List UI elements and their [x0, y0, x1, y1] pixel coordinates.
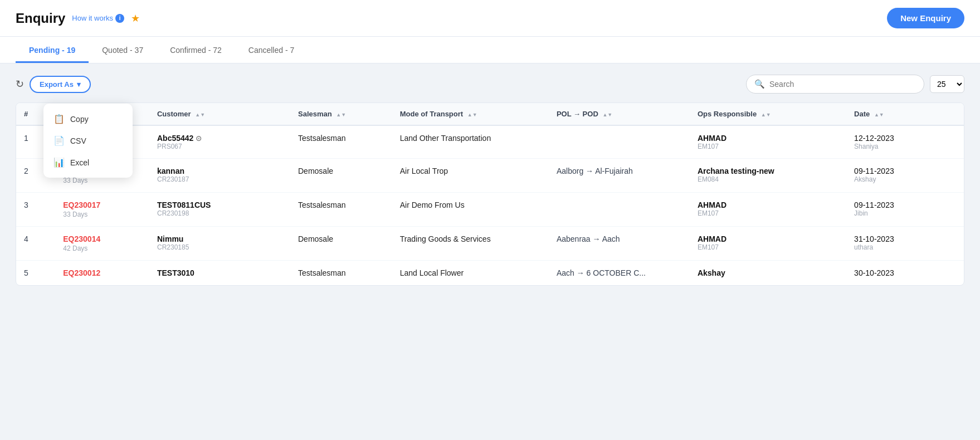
salesman-name: Testsalesman — [298, 201, 346, 209]
col-header-transport[interactable]: Mode of Transport ▲▼ — [392, 103, 549, 125]
ops-id: EM107 — [698, 143, 838, 150]
transport-mode: Land Other Transportation — [400, 134, 491, 143]
toolbar-right: 🔍 25 50 100 — [746, 75, 964, 94]
cell-date: 31-10-2023 uthara — [846, 227, 964, 261]
chevron-down-icon: ▾ — [77, 80, 81, 89]
refresh-button[interactable]: ↻ — [16, 78, 24, 90]
transport-mode: Air Demo From Us — [400, 201, 465, 209]
new-enquiry-button[interactable]: New Enquiry — [887, 8, 964, 28]
cell-polpod — [549, 125, 690, 159]
pol-pod-value: Aabenraa → Aach — [557, 234, 620, 243]
cell-ops: AHMAD EM107 — [690, 193, 846, 227]
enquiry-id-link[interactable]: EQ230012 — [63, 268, 142, 277]
pol-pod-value: Aach → 6 OCTOBER C... — [557, 268, 646, 277]
tab-pending[interactable]: Pending - 19 — [16, 37, 89, 63]
ops-id: EM107 — [698, 209, 838, 217]
ops-name: Akshay — [698, 268, 838, 277]
days-ago: 33 Days — [63, 211, 142, 218]
sort-icon-salesman: ▲▼ — [336, 112, 346, 118]
col-header-polpod[interactable]: POL → POD ▲▼ — [549, 103, 690, 125]
date-by: Akshay — [854, 175, 956, 183]
search-box: 🔍 — [746, 75, 924, 94]
date-by: Jibin — [854, 209, 956, 217]
toolbar: ↻ Export As ▾ 🔍 25 50 100 — [16, 75, 964, 94]
days-ago: 33 Days — [63, 177, 142, 184]
table-body: 1 0 Days Abc55442 ⊙ PRS067 Testsalesman … — [16, 125, 964, 285]
dropdown-item-csv[interactable]: 📄 CSV — [43, 130, 133, 151]
date-by: Shaniya — [854, 143, 956, 150]
cell-salesman: Demosale — [290, 159, 392, 193]
cell-date: 12-12-2023 Shaniya — [846, 125, 964, 159]
copy-icon: 📋 — [53, 114, 65, 124]
cell-customer: Nimmu CR230185 — [149, 227, 290, 261]
cell-ops: Archana testing-new EM084 — [690, 159, 846, 193]
date-by: uthara — [854, 243, 956, 251]
date-value: 09-11-2023 — [854, 167, 956, 175]
enquiry-table-wrapper: # Enquiry ▲▼ Customer ▲▼ Salesman ▲▼ — [16, 102, 964, 286]
search-input[interactable] — [769, 80, 916, 89]
customer-name: TEST3010 — [157, 268, 282, 277]
cell-salesman: Demosale — [290, 227, 392, 261]
tab-cancelled[interactable]: Cancelled - 7 — [235, 37, 308, 63]
col-header-ops[interactable]: Ops Responsible ▲▼ — [690, 103, 846, 125]
ops-id: EM084 — [698, 175, 838, 183]
enquiry-table: # Enquiry ▲▼ Customer ▲▼ Salesman ▲▼ — [16, 103, 964, 285]
tab-quoted[interactable]: Quoted - 37 — [89, 37, 157, 63]
customer-id: CR230187 — [157, 175, 282, 183]
cell-num: 5 — [16, 261, 55, 286]
cell-salesman: Testsalesman — [290, 193, 392, 227]
tab-confirmed[interactable]: Confirmed - 72 — [157, 37, 235, 63]
cell-salesman: Testsalesman — [290, 261, 392, 286]
pol-pod-value: Aalborg → Al-Fujairah — [557, 167, 633, 175]
ops-name: AHMAD — [698, 201, 838, 209]
transport-mode: Trading Goods & Services — [400, 234, 491, 243]
info-icon: i — [115, 14, 124, 23]
transport-mode: Air Local Trop — [400, 167, 448, 175]
table-row: 2 EQ230018 33 Days kannan CR230187 Demos… — [16, 159, 964, 193]
table-row: 5 EQ230012 TEST3010 Testsalesman Land Lo… — [16, 261, 964, 286]
salesman-name: Demosale — [298, 167, 333, 175]
dropdown-item-excel[interactable]: 📊 Excel — [43, 151, 133, 173]
sort-icon-date: ▲▼ — [874, 112, 884, 118]
cell-transport: Land Local Flower — [392, 261, 549, 286]
favorite-icon[interactable]: ★ — [131, 12, 140, 25]
ops-id: EM107 — [698, 243, 838, 251]
cell-polpod: Aach → 6 OCTOBER C... — [549, 261, 690, 286]
cell-polpod: Aabenraa → Aach — [549, 227, 690, 261]
salesman-name: Testsalesman — [298, 134, 346, 143]
csv-icon: 📄 — [53, 135, 65, 146]
salesman-name: Testsalesman — [298, 268, 346, 277]
page-size-select[interactable]: 25 50 100 — [930, 75, 964, 93]
export-dropdown-menu: 📋 Copy 📄 CSV 📊 Excel — [43, 104, 133, 178]
enquiry-id-link[interactable]: EQ230014 — [63, 234, 142, 243]
cell-transport: Trading Goods & Services — [392, 227, 549, 261]
excel-icon: 📊 — [53, 157, 65, 168]
cell-customer: kannan CR230187 — [149, 159, 290, 193]
transport-mode: Land Local Flower — [400, 268, 464, 277]
salesman-name: Demosale — [298, 234, 333, 243]
col-header-date[interactable]: Date ▲▼ — [846, 103, 964, 125]
cell-customer: TEST3010 — [149, 261, 290, 286]
sort-icon-transport: ▲▼ — [467, 112, 477, 118]
ops-name: AHMAD — [698, 134, 838, 143]
date-value: 09-11-2023 — [854, 201, 956, 209]
table-row: 1 0 Days Abc55442 ⊙ PRS067 Testsalesman … — [16, 125, 964, 159]
table-row: 4 EQ230014 42 Days Nimmu CR230185 Demosa… — [16, 227, 964, 261]
cell-enquiry: EQ230017 33 Days — [55, 193, 149, 227]
cell-ops: AHMAD EM107 — [690, 227, 846, 261]
how-it-works-link[interactable]: How it works i — [72, 14, 124, 23]
customer-icon: ⊙ — [196, 134, 202, 143]
customer-id: CR230185 — [157, 243, 282, 251]
dropdown-item-copy[interactable]: 📋 Copy — [43, 108, 133, 130]
enquiry-id-link[interactable]: EQ230017 — [63, 201, 142, 209]
col-header-customer[interactable]: Customer ▲▼ — [149, 103, 290, 125]
cell-num: 4 — [16, 227, 55, 261]
cell-date: 09-11-2023 Jibin — [846, 193, 964, 227]
col-header-salesman[interactable]: Salesman ▲▼ — [290, 103, 392, 125]
cell-salesman: Testsalesman — [290, 125, 392, 159]
table-header: # Enquiry ▲▼ Customer ▲▼ Salesman ▲▼ — [16, 103, 964, 125]
customer-name: kannan — [157, 167, 282, 175]
cell-transport: Land Other Transportation — [392, 125, 549, 159]
export-as-button[interactable]: Export As ▾ — [30, 76, 91, 93]
cell-polpod — [549, 193, 690, 227]
